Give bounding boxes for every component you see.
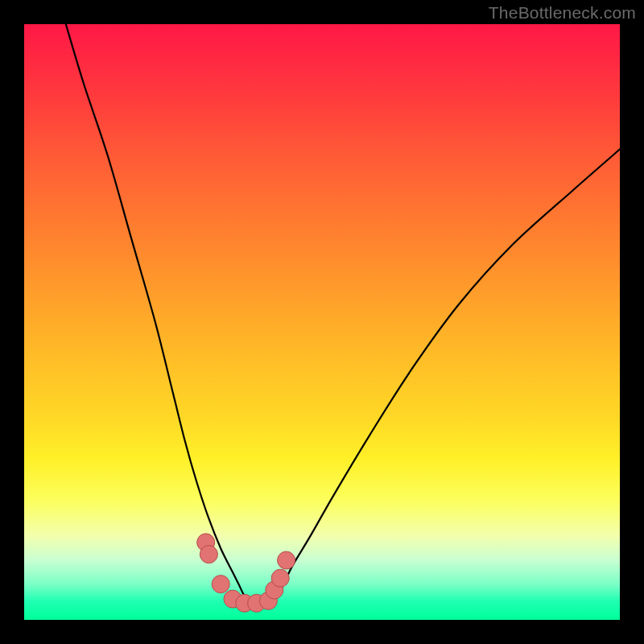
curve-marker [278,551,295,569]
curve-marker [271,569,289,587]
marker-group [197,534,295,612]
curve-marker [212,576,229,593]
bottleneck-curve-path [66,24,620,605]
curve-marker [200,546,217,564]
bottleneck-curve-svg [24,24,620,620]
watermark-text: TheBottleneck.com [489,3,636,23]
chart-frame: TheBottleneck.com [0,0,644,644]
plot-area [24,24,620,620]
